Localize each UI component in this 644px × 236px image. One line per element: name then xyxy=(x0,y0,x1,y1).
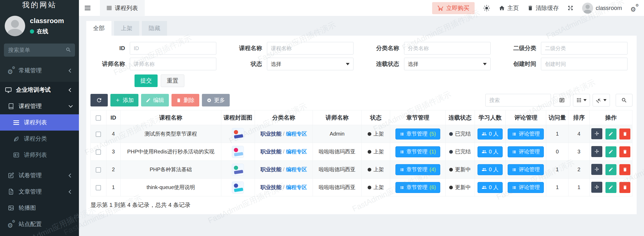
course-cover-thumbnail[interactable] xyxy=(232,146,244,158)
sidebar-item-teacher-list[interactable]: 讲师列表 xyxy=(0,147,79,163)
comments-button[interactable]: 评论管理 xyxy=(508,146,544,157)
more-button[interactable]: 更多 xyxy=(202,94,230,106)
col-header-visits: 访问量 xyxy=(546,110,568,125)
drag-sort-button[interactable] xyxy=(591,146,602,157)
sidebar-item-banner[interactable]: 轮播图 xyxy=(0,200,79,216)
sidebar-item-general[interactable]: ⚙⚙ 常规管理 xyxy=(0,62,79,79)
chapters-button[interactable]: 章节管理 (6) xyxy=(395,182,440,193)
sidebar-item-training[interactable]: 企业培训考试 xyxy=(0,82,79,98)
chapters-label: 章节管理 xyxy=(406,184,427,191)
learners-button[interactable]: 0 人 xyxy=(477,128,503,140)
tab-hidden[interactable]: 隐藏 xyxy=(142,21,167,36)
drag-sort-button[interactable] xyxy=(591,182,602,193)
learners-button[interactable]: 0 人 xyxy=(477,164,503,175)
category-parent-link[interactable]: 职业技能 xyxy=(260,131,281,137)
comments-button[interactable]: 评论管理 xyxy=(508,182,544,193)
row-delete-button[interactable] xyxy=(619,146,630,157)
chapters-button[interactable]: 章节管理 (4) xyxy=(395,164,440,175)
sub-category-field[interactable] xyxy=(541,42,627,55)
row-checkbox[interactable] xyxy=(96,185,101,190)
category-parent-link[interactable]: 职业技能 xyxy=(260,167,281,172)
tab-on-shelf[interactable]: 上架 xyxy=(114,21,139,36)
reset-button[interactable]: 重置 xyxy=(161,74,184,87)
settings-button[interactable]: ⚙⚙ xyxy=(630,4,638,12)
refresh-button[interactable] xyxy=(90,94,108,106)
buy-now-button[interactable]: 立即购买 xyxy=(432,2,475,14)
clear-cache-button[interactable]: 清除缓存 xyxy=(527,4,559,12)
course-cover-thumbnail[interactable] xyxy=(232,164,244,176)
edit-button[interactable]: 编辑 xyxy=(141,94,169,106)
columns-button[interactable] xyxy=(573,94,590,106)
add-button[interactable]: 添加 xyxy=(110,94,138,106)
row-edit-button[interactable] xyxy=(605,146,616,157)
tab-all[interactable]: 全部 xyxy=(86,21,111,36)
home-button[interactable]: 主页 xyxy=(499,4,519,12)
teacher-name-field[interactable] xyxy=(130,58,216,70)
course-cover-thumbnail[interactable] xyxy=(232,181,244,194)
serial-status-select[interactable]: 选择 xyxy=(404,58,491,70)
row-checkbox[interactable] xyxy=(96,132,101,137)
chapters-count: (5) xyxy=(430,131,436,137)
comments-button[interactable]: 评论管理 xyxy=(508,164,544,175)
row-edit-button[interactable] xyxy=(605,164,616,175)
user-panel: classroom 在线 xyxy=(0,10,79,42)
create-time-field[interactable] xyxy=(541,58,627,70)
row-delete-button[interactable] xyxy=(619,128,630,140)
status-select[interactable]: 选择 xyxy=(267,58,353,70)
sidebar-item-exam-mgmt[interactable]: 试卷管理 xyxy=(0,167,79,184)
row-checkbox[interactable] xyxy=(96,167,101,173)
select-all-checkbox[interactable] xyxy=(96,115,101,121)
user-menu[interactable]: classroom xyxy=(582,3,622,14)
trash-icon xyxy=(622,167,627,172)
sidebar-item-article-mgmt[interactable]: 文章管理 xyxy=(0,184,79,200)
learners-button[interactable]: 0 人 xyxy=(477,146,503,157)
comments-button[interactable]: 评论管理 xyxy=(508,128,544,140)
sidebar-item-label: 站点配置 xyxy=(19,220,72,228)
hamburger-icon xyxy=(85,6,90,10)
row-edit-button[interactable] xyxy=(605,182,616,193)
sidebar-item-course-list[interactable]: 课程列表 xyxy=(0,114,79,131)
topbar-tab-course-list[interactable]: 课程列表 xyxy=(100,0,145,16)
cell-comments: 评论管理 xyxy=(506,125,546,143)
category-child-link[interactable]: 编程专区 xyxy=(286,184,307,190)
submit-button[interactable]: 提交 xyxy=(135,74,158,87)
content-area: 全部 上架 隐藏 ID 课程名称 分类名称 xyxy=(79,16,644,236)
category-child-link[interactable]: 编程专区 xyxy=(286,167,307,172)
row-delete-button[interactable] xyxy=(619,164,630,175)
col-header-serial: 连载状态 xyxy=(446,110,475,125)
row-edit-button[interactable] xyxy=(605,128,616,140)
category-child-link[interactable]: 编程专区 xyxy=(286,149,307,154)
chapters-button[interactable]: 章节管理 (5) xyxy=(395,128,440,140)
category-child-link[interactable]: 编程专区 xyxy=(286,131,307,137)
course-name-field[interactable] xyxy=(267,42,353,55)
category-parent-link[interactable]: 职业技能 xyxy=(260,184,281,190)
category-name-field[interactable] xyxy=(404,42,491,55)
id-field[interactable] xyxy=(130,42,216,55)
drag-sort-button[interactable] xyxy=(591,164,602,175)
menu-search-input[interactable] xyxy=(4,44,75,57)
sidebar-item-course-mgmt[interactable]: 课程管理 xyxy=(0,98,79,114)
theme-toggle-button[interactable] xyxy=(483,4,490,12)
fullscreen-button[interactable] xyxy=(567,5,574,11)
chapters-button[interactable]: 章节管理 (1) xyxy=(395,146,440,157)
row-checkbox[interactable] xyxy=(96,149,101,155)
sidebar-toggle-button[interactable] xyxy=(79,0,96,16)
export-button[interactable] xyxy=(593,94,610,106)
sidebar-item-course-category[interactable]: 课程分类 xyxy=(0,131,79,147)
learners-button[interactable]: 0 人 xyxy=(477,182,503,193)
sidebar-item-site-config[interactable]: ⚙⚙ 站点配置 xyxy=(0,216,79,232)
cell-category: 职业技能/编程专区 xyxy=(255,179,313,196)
course-cover-thumbnail[interactable] xyxy=(232,128,244,140)
menu-search xyxy=(4,44,75,57)
table-search-input[interactable] xyxy=(485,94,551,106)
delete-button[interactable]: 删除 xyxy=(171,94,199,106)
detail-view-button[interactable] xyxy=(554,94,570,106)
drag-sort-button[interactable] xyxy=(591,128,602,139)
search-button[interactable] xyxy=(616,94,632,106)
sidebar-item-label: 课程列表 xyxy=(24,119,72,126)
pencil-icon xyxy=(608,149,613,154)
row-delete-button[interactable] xyxy=(619,182,630,193)
category-parent-link[interactable]: 职业技能 xyxy=(260,149,281,154)
col-header-actions: 操作 xyxy=(589,110,632,125)
category-separator: / xyxy=(283,184,285,190)
